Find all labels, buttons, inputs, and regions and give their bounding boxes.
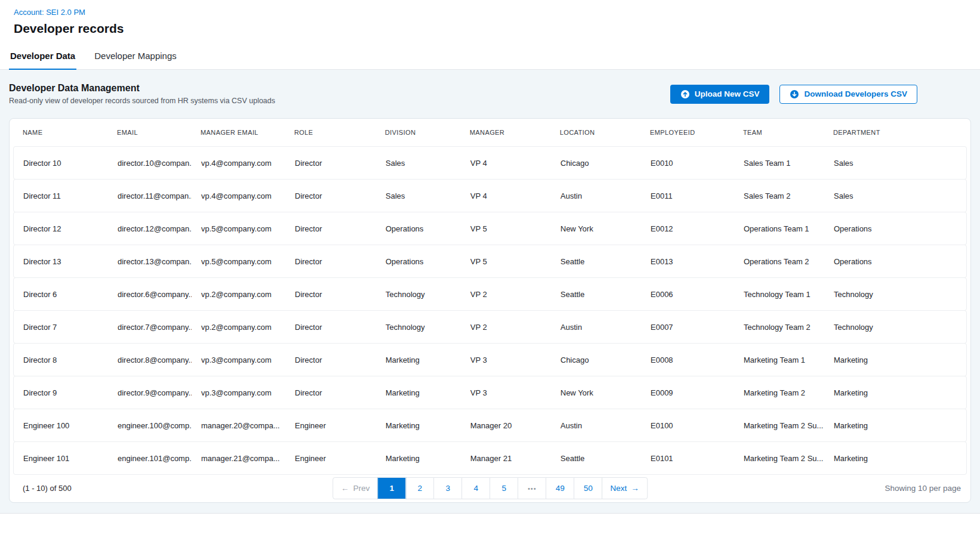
content-section: Developer Data Management Read-only view… bbox=[0, 70, 980, 514]
cell-location: Seattle bbox=[551, 454, 641, 463]
cell-location: Chicago bbox=[551, 356, 641, 364]
cell-division: Marketing bbox=[376, 356, 461, 364]
cell-name: Director 13 bbox=[14, 257, 108, 266]
next-page-button[interactable]: Next → bbox=[602, 477, 648, 499]
cell-employeeid: E0006 bbox=[641, 290, 734, 299]
page-button-3[interactable]: 3 bbox=[434, 477, 463, 499]
cell-division: Operations bbox=[376, 257, 461, 266]
cell-department: Sales bbox=[824, 191, 966, 200]
cell-manager-email: vp.2@company.com bbox=[192, 323, 285, 332]
cell-division: Technology bbox=[376, 323, 461, 332]
cell-department: Marketing bbox=[824, 454, 966, 463]
management-text: Developer Data Management Read-only view… bbox=[9, 83, 275, 105]
cell-manager: VP 2 bbox=[461, 323, 551, 332]
column-header-role: ROLE bbox=[285, 129, 375, 136]
cell-email: engineer.101@comp... bbox=[108, 454, 192, 463]
cell-location: Austin bbox=[551, 323, 641, 332]
arrow-left-icon: ← bbox=[341, 484, 349, 493]
table-row: Director 7director.7@company....vp.2@com… bbox=[13, 310, 967, 344]
page-button-50[interactable]: 50 bbox=[574, 477, 603, 499]
cell-name: Engineer 101 bbox=[14, 454, 108, 463]
section-subtitle: Read-only view of developer records sour… bbox=[9, 97, 275, 105]
download-csv-button[interactable]: Download Developers CSV bbox=[779, 85, 917, 104]
cell-employeeid: E0008 bbox=[641, 356, 734, 364]
cell-manager: VP 3 bbox=[461, 388, 551, 397]
page-button-2[interactable]: 2 bbox=[406, 477, 434, 499]
cell-role: Director bbox=[285, 191, 376, 200]
prev-page-button[interactable]: ← Prev bbox=[332, 477, 378, 499]
table-row: Director 13director.13@compan...vp.5@com… bbox=[13, 245, 967, 278]
page-button-1[interactable]: 1 bbox=[378, 477, 406, 499]
table-row: Director 10director.10@compan...vp.4@com… bbox=[13, 146, 967, 180]
table-header-row: NAMEEMAILMANAGER EMAILROLEDIVISIONMANAGE… bbox=[13, 119, 967, 146]
cell-role: Director bbox=[285, 224, 376, 233]
cell-team: Sales Team 1 bbox=[734, 159, 824, 168]
column-header-department: DEPARTMENT bbox=[824, 129, 967, 136]
cell-team: Operations Team 2 bbox=[734, 257, 824, 266]
cell-manager-email: vp.3@company.com bbox=[192, 388, 285, 397]
cell-manager-email: manager.20@compa... bbox=[192, 421, 285, 430]
page-button-5[interactable]: 5 bbox=[490, 477, 519, 499]
cell-employeeid: E0012 bbox=[641, 224, 734, 233]
cell-location: New York bbox=[551, 224, 641, 233]
cell-team: Technology Team 1 bbox=[734, 290, 824, 299]
cell-location: New York bbox=[551, 388, 641, 397]
account-link[interactable]: Account: SEI 2.0 PM bbox=[14, 8, 85, 17]
cell-team: Marketing Team 2 Su... bbox=[734, 421, 824, 430]
cell-role: Director bbox=[285, 257, 376, 266]
cell-manager-email: vp.5@company.com bbox=[192, 224, 285, 233]
cell-division: Sales bbox=[376, 191, 461, 200]
cell-department: Marketing bbox=[824, 356, 966, 364]
download-icon bbox=[790, 89, 799, 99]
next-label: Next bbox=[611, 484, 627, 493]
cell-team: Marketing Team 1 bbox=[734, 356, 824, 364]
cell-name: Director 7 bbox=[14, 323, 108, 332]
cell-role: Director bbox=[285, 159, 376, 168]
cell-role: Engineer bbox=[285, 454, 376, 463]
table-row: Director 12director.12@compan...vp.5@com… bbox=[13, 212, 967, 245]
upload-csv-button[interactable]: Upload New CSV bbox=[670, 85, 770, 104]
cell-manager-email: vp.5@company.com bbox=[192, 257, 285, 266]
cell-email: director.8@company.... bbox=[108, 356, 192, 364]
cell-name: Engineer 100 bbox=[14, 421, 108, 430]
cell-location: Seattle bbox=[551, 290, 641, 299]
cell-manager-email: vp.2@company.com bbox=[192, 290, 285, 299]
cell-location: Austin bbox=[551, 191, 641, 200]
cell-manager-email: manager.21@compa... bbox=[192, 454, 285, 463]
cell-manager: Manager 21 bbox=[461, 454, 551, 463]
tab-developer-data[interactable]: Developer Data bbox=[9, 45, 76, 70]
developer-table-card: NAMEEMAILMANAGER EMAILROLEDIVISIONMANAGE… bbox=[9, 118, 971, 503]
page-button-4[interactable]: 4 bbox=[462, 477, 491, 499]
cell-manager-email: vp.3@company.com bbox=[192, 356, 285, 364]
cell-name: Director 8 bbox=[14, 356, 108, 364]
pager: ← Prev 12345•••4950 Next → bbox=[332, 477, 648, 499]
cell-department: Operations bbox=[824, 224, 966, 233]
upload-icon bbox=[680, 89, 690, 99]
cell-email: director.11@compan... bbox=[108, 191, 192, 200]
tab-developer-mappings[interactable]: Developer Mappings bbox=[93, 45, 178, 70]
per-page-text: Showing 10 per page bbox=[885, 484, 961, 493]
cell-manager-email: vp.4@company.com bbox=[192, 159, 285, 168]
cell-email: director.7@company.... bbox=[108, 323, 192, 332]
column-header-name: NAME bbox=[13, 129, 107, 136]
cell-employeeid: E0011 bbox=[641, 191, 734, 200]
cell-role: Director bbox=[285, 356, 376, 364]
cell-email: director.6@company.... bbox=[108, 290, 192, 299]
table-row: Director 11director.11@compan...vp.4@com… bbox=[13, 179, 967, 212]
cell-manager-email: vp.4@company.com bbox=[192, 191, 285, 200]
cell-division: Operations bbox=[376, 224, 461, 233]
table-body: Director 10director.10@compan...vp.4@com… bbox=[13, 146, 967, 475]
page-button-49[interactable]: 49 bbox=[546, 477, 575, 499]
cell-department: Technology bbox=[824, 290, 966, 299]
cell-employeeid: E0013 bbox=[641, 257, 734, 266]
upload-csv-label: Upload New CSV bbox=[695, 89, 760, 98]
column-header-location: LOCATION bbox=[550, 129, 640, 136]
cell-manager: VP 5 bbox=[461, 257, 551, 266]
cell-department: Technology bbox=[824, 323, 966, 332]
table-row: Engineer 101engineer.101@comp...manager.… bbox=[13, 441, 967, 475]
download-csv-label: Download Developers CSV bbox=[804, 89, 907, 98]
cell-manager: Manager 20 bbox=[461, 421, 551, 430]
pagination-ellipsis: ••• bbox=[518, 477, 547, 499]
cell-name: Director 9 bbox=[14, 388, 108, 397]
cell-employeeid: E0101 bbox=[641, 454, 734, 463]
